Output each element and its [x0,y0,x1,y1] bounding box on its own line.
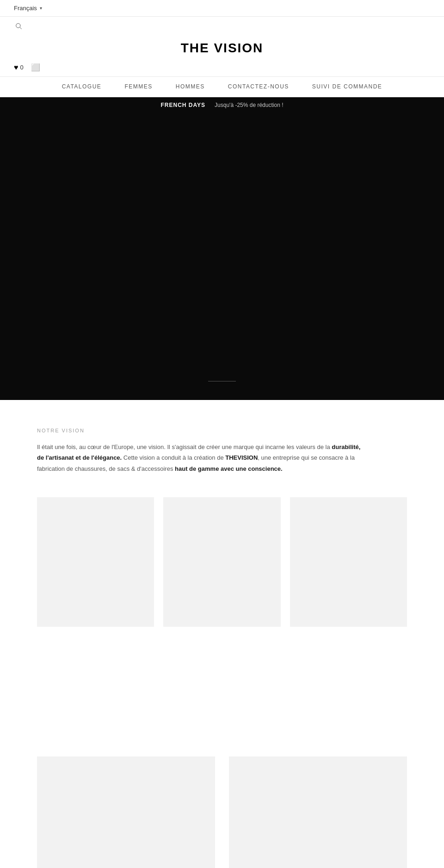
language-label: Français [14,5,37,12]
language-selector[interactable]: Français ▾ [14,5,42,12]
nav-item-hommes[interactable]: HOMMES [176,83,205,90]
cart-button[interactable]: ⬜ [31,63,40,72]
vision-bold-3: haut de gamme avec une conscience. [175,465,283,472]
nav-item-suivi-commande[interactable]: SUIVI DE COMMANDE [312,83,382,90]
heart-icon: ♥ [14,63,18,72]
main-navigation: CATALOGUE FEMMES HOMMES CONTACTEZ-NOUS S… [0,76,444,97]
promo-label: FRENCH DAYS [161,102,206,108]
vision-text-intro: Il était une fois, au cœur de l'Europe, … [37,443,332,450]
vision-text-middle: Cette vision a conduit à la création de [122,454,225,461]
nav-item-femmes[interactable]: FEMMES [124,83,152,90]
chevron-down-icon: ▾ [40,6,42,11]
featured-section [0,729,444,868]
image-placeholder-2 [163,497,280,627]
image-grid-section [0,497,444,729]
cart-icon: ⬜ [31,63,40,71]
vision-section: NOTRE VISION Il était une fois, au cœur … [0,400,444,497]
featured-image-1 [37,756,215,868]
featured-image-2 [229,756,407,868]
search-bar [0,17,444,35]
wishlist-count: 0 [20,64,24,71]
image-placeholder-1 [37,497,154,627]
wishlist-button[interactable]: ♥ 0 [14,63,24,72]
site-logo[interactable]: THE VISION [0,41,444,56]
vision-bold-2: THEVISION [225,454,258,461]
search-icon [15,22,22,30]
promo-text: Jusqu'à -25% de réduction ! [215,102,283,108]
image-placeholder-3 [290,497,407,627]
vision-text: Il était une fois, au cœur de l'Europe, … [37,442,361,474]
promo-banner: FRENCH DAYS Jusqu'à -25% de réduction ! [0,97,444,113]
nav-item-contactez-nous[interactable]: CONTACTEZ-NOUS [228,83,289,90]
svg-point-0 [16,24,20,28]
vision-label: NOTRE VISION [37,428,407,433]
logo-section: THE VISION [0,35,444,60]
hero-section [0,113,444,400]
hero-line-decoration [208,381,236,381]
nav-item-catalogue[interactable]: CATALOGUE [62,83,102,90]
actions-bar: ♥ 0 ⬜ [0,60,444,76]
search-button[interactable] [14,21,23,31]
top-bar: Français ▾ [0,0,444,17]
svg-line-1 [20,27,22,29]
